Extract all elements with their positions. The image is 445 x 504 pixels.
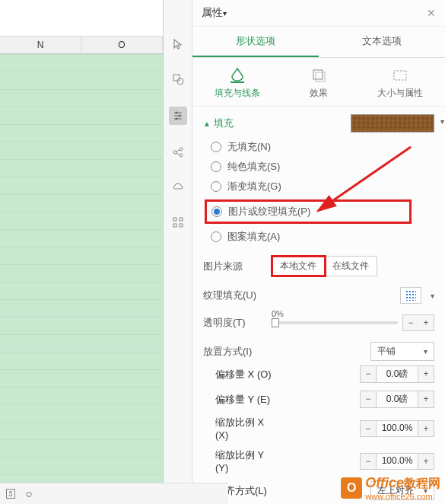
grid-icon[interactable] [170, 215, 186, 230]
scale-y-value[interactable]: 100.0% [376, 454, 418, 469]
tile-mode-select[interactable]: 平铺▾ [370, 342, 434, 361]
scale-x-plus[interactable]: + [418, 421, 434, 436]
texture-fill-row: 纹理填充(U) ▾ [203, 287, 434, 304]
offset-x-row: 偏移量 X (O) − 0.0磅 + [215, 365, 434, 383]
cursor-icon[interactable] [170, 37, 186, 52]
svg-point-10 [180, 154, 183, 157]
offset-y-minus[interactable]: − [361, 391, 376, 407]
radio-no-fill[interactable]: 无填充(N) [211, 140, 434, 154]
scale-x-minus[interactable]: − [361, 421, 376, 436]
sheet-top-bar [0, 0, 163, 37]
col-header-n[interactable]: N [0, 37, 81, 53]
opacity-slider[interactable]: 0% [272, 321, 398, 324]
shape-icon[interactable] [170, 72, 186, 87]
opacity-label: 透明度(T) [203, 316, 265, 330]
svg-rect-20 [394, 71, 406, 80]
radio-picture-texture-fill[interactable]: 图片或纹理填充(P) [205, 199, 412, 224]
properties-icon[interactable] [169, 107, 187, 125]
scale-y-row: 缩放比例 Y (Y) − 100.0% + [215, 448, 434, 474]
sheet-cells[interactable] [0, 54, 163, 504]
local-file-button[interactable]: 本地文件 [272, 257, 325, 276]
svg-line-12 [176, 153, 180, 155]
properties-panel: 属性▾ ✕ 形状选项 文本选项 填充与线条 效果 大小与属性 ▲填充 [192, 0, 445, 504]
scale-x-row: 缩放比例 X (X) − 100.0% + [215, 416, 434, 441]
svg-point-5 [175, 112, 177, 114]
emoji-icon[interactable]: ☺ [24, 489, 33, 499]
opacity-row: 透明度(T) 0% − + [203, 314, 434, 331]
offset-x-plus[interactable]: + [418, 366, 434, 382]
picture-source-label: 图片来源 [203, 260, 265, 273]
offset-x-label: 偏移量 X (O) [215, 368, 278, 381]
svg-point-9 [180, 148, 183, 151]
svg-line-11 [176, 150, 180, 152]
texture-picker[interactable] [400, 287, 421, 304]
col-header-o[interactable]: O [81, 37, 163, 53]
texture-fill-label: 纹理填充(U) [203, 289, 265, 302]
fill-type-radios: 无填充(N) 纯色填充(S) 渐变填充(G) 图片或纹理填充(P) 图案填充(A… [203, 140, 434, 244]
subtab-fill-line[interactable]: 填充与线条 [199, 67, 277, 100]
close-icon[interactable]: ✕ [427, 7, 436, 19]
backup-icon[interactable] [170, 180, 186, 195]
share-icon[interactable] [170, 145, 186, 160]
ime-icon[interactable]: 🅂 [6, 489, 15, 499]
tile-mode-row: 放置方式(I) 平铺▾ [203, 342, 434, 361]
watermark-icon: O [341, 477, 362, 499]
scale-y-minus[interactable]: − [361, 454, 376, 469]
scale-y-plus[interactable]: + [418, 454, 434, 469]
bottom-toolbar: 🅂 ☺ [0, 483, 228, 504]
svg-rect-14 [180, 218, 183, 221]
svg-rect-16 [180, 224, 183, 227]
scale-x-value[interactable]: 100.0% [376, 421, 418, 436]
svg-rect-18 [313, 70, 323, 79]
spreadsheet-pane: N O [0, 0, 164, 504]
scale-x-stepper: − 100.0% + [360, 420, 434, 437]
svg-rect-13 [173, 218, 176, 221]
sub-tabs: 填充与线条 效果 大小与属性 [192, 58, 445, 107]
offset-x-stepper: − 0.0磅 + [360, 365, 434, 383]
subtab-effect[interactable]: 效果 [280, 67, 358, 100]
column-headers: N O [0, 37, 163, 54]
offset-x-minus[interactable]: − [361, 366, 376, 382]
radio-solid-fill[interactable]: 纯色填充(S) [211, 160, 434, 174]
tile-mode-label: 放置方式(I) [203, 345, 265, 359]
offset-y-label: 偏移量 Y (E) [215, 393, 278, 407]
opacity-plus[interactable]: + [418, 315, 434, 330]
picture-source-row: 图片来源 本地文件 在线文件 [203, 256, 434, 276]
panel-tabs: 形状选项 文本选项 [192, 27, 445, 58]
fill-color-swatch[interactable] [351, 114, 434, 132]
svg-point-8 [173, 151, 176, 154]
watermark: O Office教程网 www.office26.com [341, 475, 440, 501]
svg-rect-15 [173, 224, 176, 227]
subtab-size-props[interactable]: 大小与属性 [361, 67, 439, 100]
svg-point-6 [178, 115, 180, 117]
online-file-button[interactable]: 在线文件 [325, 257, 377, 276]
svg-rect-0 [173, 75, 180, 81]
fill-section-title[interactable]: ▲填充 [203, 116, 234, 130]
offset-y-stepper: − 0.0磅 + [360, 391, 434, 408]
radio-gradient-fill[interactable]: 渐变填充(G) [211, 180, 434, 193]
opacity-minus[interactable]: − [403, 315, 418, 330]
svg-point-1 [177, 78, 183, 85]
tab-shape-options[interactable]: 形状选项 [192, 27, 319, 57]
offset-y-value[interactable]: 0.0磅 [376, 391, 418, 407]
scale-y-label: 缩放比例 Y (Y) [215, 448, 278, 474]
offset-y-row: 偏移量 Y (E) − 0.0磅 + [215, 391, 434, 408]
svg-rect-19 [316, 72, 325, 81]
side-toolbar [164, 0, 192, 504]
offset-x-value[interactable]: 0.0磅 [376, 366, 418, 382]
opacity-stepper[interactable]: − + [402, 314, 434, 331]
scale-y-stepper: − 100.0% + [360, 453, 434, 470]
svg-point-7 [175, 118, 177, 120]
radio-pattern-fill[interactable]: 图案填充(A) [211, 230, 434, 244]
tab-text-options[interactable]: 文本选项 [319, 27, 445, 57]
scale-x-label: 缩放比例 X (X) [215, 416, 278, 441]
panel-title: 属性▾ [202, 6, 227, 20]
offset-y-plus[interactable]: + [418, 391, 434, 407]
